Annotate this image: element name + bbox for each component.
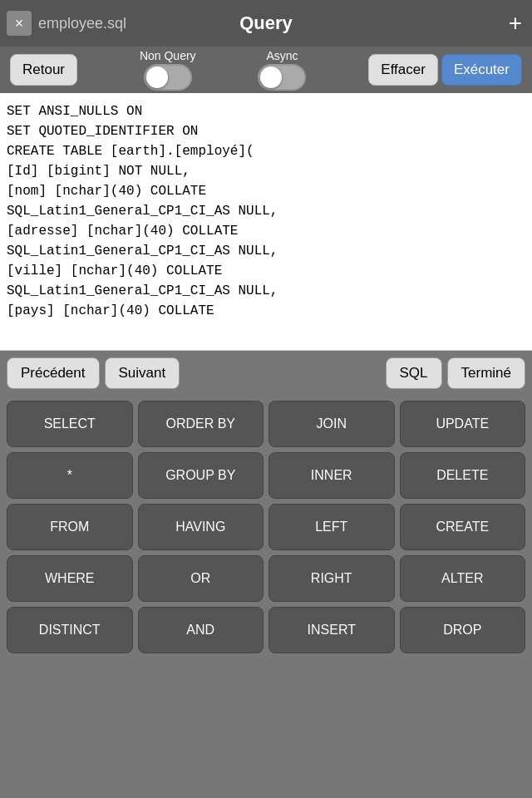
code-line: SQL_Latin1_General_CP1_CI_AS NULL, xyxy=(7,281,525,301)
toggle-bar: Retour Non Query Async Effacer Exécuter xyxy=(0,47,532,93)
keyword-button-drop[interactable]: DROP xyxy=(400,607,526,653)
keyword-button-*[interactable]: * xyxy=(7,452,133,499)
non-query-toggle-group: Non Query xyxy=(140,49,196,91)
precedent-button[interactable]: Précédent xyxy=(7,357,100,389)
effacer-button[interactable]: Effacer xyxy=(368,54,438,86)
header: × employee.sql Query + xyxy=(0,0,532,47)
suivant-button[interactable]: Suivant xyxy=(105,357,180,389)
async-knob xyxy=(260,66,282,88)
keyword-button-join[interactable]: JOIN xyxy=(268,401,395,447)
keyword-button-alter[interactable]: ALTER xyxy=(400,555,526,602)
code-editor[interactable]: SET ANSI_NULLS ONSET QUOTED_IDENTIFIER O… xyxy=(0,93,532,351)
code-line: [Id] [bigint] NOT NULL, xyxy=(7,161,525,181)
retour-button[interactable]: Retour xyxy=(10,54,77,86)
async-toggle-group: Async xyxy=(258,49,306,91)
keyword-button-select[interactable]: SELECT xyxy=(7,401,133,447)
keyword-button-right[interactable]: RIGHT xyxy=(268,555,395,602)
code-line: SET QUOTED_IDENTIFIER ON xyxy=(7,121,525,141)
code-line: [adresse] [nchar](40) COLLATE xyxy=(7,221,525,241)
keyword-button-insert[interactable]: INSERT xyxy=(268,607,395,653)
code-content: SET ANSI_NULLS ONSET QUOTED_IDENTIFIER O… xyxy=(7,101,525,321)
non-query-label: Non Query xyxy=(140,49,196,62)
keyword-button-or[interactable]: OR xyxy=(138,555,264,602)
filename-label: employee.sql xyxy=(38,15,126,32)
keyword-button-group-by[interactable]: GROUP BY xyxy=(138,452,264,499)
close-icon: × xyxy=(15,15,24,32)
code-line: SQL_Latin1_General_CP1_CI_AS NULL, xyxy=(7,201,525,221)
code-line: [nom] [nchar](40) COLLATE xyxy=(7,181,525,201)
nav-bar: Précédent Suivant SQL Terminé xyxy=(0,351,532,396)
keyword-grid: SELECTORDER BYJOINUPDATE*GROUP BYINNERDE… xyxy=(0,396,532,798)
keyword-button-left[interactable]: LEFT xyxy=(268,504,395,550)
keyword-button-update[interactable]: UPDATE xyxy=(400,401,526,447)
add-button[interactable]: + xyxy=(509,10,522,37)
keyword-button-inner[interactable]: INNER xyxy=(268,452,395,499)
toolbar-right: Effacer Exécuter xyxy=(368,54,522,86)
code-line: [ville] [nchar](40) COLLATE xyxy=(7,261,525,281)
page-title: Query xyxy=(239,12,293,34)
termine-button[interactable]: Terminé xyxy=(447,357,525,389)
non-query-toggle[interactable] xyxy=(144,64,192,91)
keyword-button-order-by[interactable]: ORDER BY xyxy=(138,401,264,447)
code-line: [pays] [nchar](40) COLLATE xyxy=(7,301,525,321)
sql-button[interactable]: SQL xyxy=(386,357,442,389)
code-line: CREATE TABLE [earth].[employé]( xyxy=(7,141,525,161)
code-line: SQL_Latin1_General_CP1_CI_AS NULL, xyxy=(7,241,525,261)
async-label: Async xyxy=(266,49,298,62)
keyword-button-having[interactable]: HAVING xyxy=(138,504,264,550)
keyword-button-from[interactable]: FROM xyxy=(7,504,133,550)
code-line: SET ANSI_NULLS ON xyxy=(7,101,525,121)
keyword-button-delete[interactable]: DELETE xyxy=(400,452,526,499)
keyword-button-where[interactable]: WHERE xyxy=(7,555,133,602)
close-button[interactable]: × xyxy=(7,11,32,36)
async-toggle[interactable] xyxy=(258,64,306,91)
keyword-button-and[interactable]: AND xyxy=(138,607,264,653)
keyword-button-distinct[interactable]: DISTINCT xyxy=(7,607,133,653)
executer-button[interactable]: Exécuter xyxy=(441,54,522,86)
non-query-knob xyxy=(146,66,168,88)
keyword-button-create[interactable]: CREATE xyxy=(400,504,526,550)
